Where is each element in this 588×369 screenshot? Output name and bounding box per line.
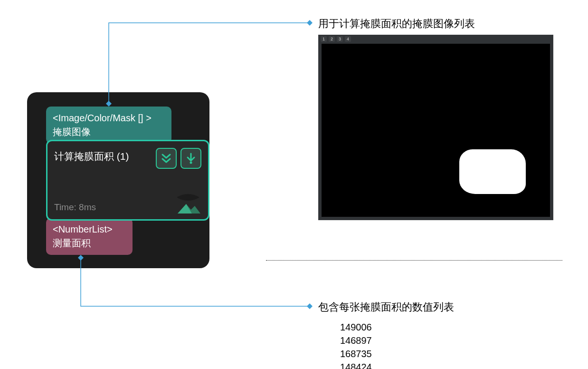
download-button[interactable] [180,148,201,169]
mask-tab-1[interactable]: 1 [321,36,327,42]
diamond-icon [307,20,313,26]
mask-preview-panel: 1 2 3 4 [318,35,553,220]
mask-tab-4[interactable]: 4 [345,36,351,42]
divider [266,260,562,261]
output-type-label: <NumberList> [53,223,126,236]
input-port[interactable]: <Image/Color/Mask [] > 掩膜图像 [46,107,171,144]
svg-point-1 [186,195,190,200]
mask-tab-2[interactable]: 2 [329,36,335,42]
connector-input [109,23,310,104]
node-body: 计算掩膜面积 (1) Time: 8ms [46,140,209,221]
node-time: Time: 8ms [54,202,96,213]
output-value-0: 149006 [340,320,372,334]
preview-eye-mountain-icon[interactable] [175,193,201,214]
double-chevron-down-icon [160,152,172,165]
node-button-row [156,148,201,169]
download-arrow-icon [186,152,196,165]
output-values: 149006 146897 168735 148424 [340,320,372,369]
annotation-input: 用于计算掩膜面积的掩膜图像列表 [318,17,475,31]
mask-blob [459,149,526,194]
collapse-button[interactable] [156,148,177,169]
node-panel: <Image/Color/Mask [] > 掩膜图像 计算掩膜面积 (1) T… [27,92,209,268]
output-name: 测量面积 [53,236,126,250]
output-value-2: 168735 [340,347,372,360]
output-value-1: 146897 [340,334,372,347]
mask-tab-bar: 1 2 3 4 [321,36,351,42]
svg-point-0 [190,162,192,164]
diamond-icon [307,303,313,309]
input-name: 掩膜图像 [53,125,165,139]
annotation-output: 包含每张掩膜面积的数值列表 [318,300,454,314]
output-value-3: 148424 [340,360,372,369]
mask-canvas [322,44,550,217]
mask-tab-3[interactable]: 3 [337,36,343,42]
output-port[interactable]: <NumberList> 测量面积 [46,218,133,255]
input-type-label: <Image/Color/Mask [] > [53,111,165,125]
